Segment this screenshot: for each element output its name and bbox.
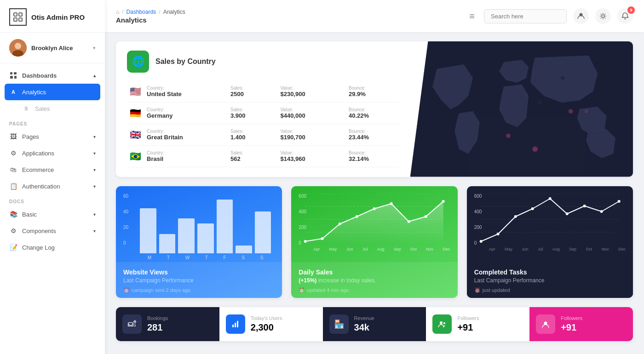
content-area: 🌐 Sales by Country 🇺🇸 Country: United St…	[105, 32, 644, 354]
svg-rect-48	[237, 321, 238, 327]
dashboard-icon	[9, 71, 17, 80]
authentication-icon: 📋	[9, 182, 17, 190]
svg-point-19	[538, 101, 541, 104]
completed-tasks-y-labels: 600 400 200 0	[474, 194, 482, 246]
sidebar-item-ecommerce[interactable]: 🛍 Ecommerce ▾	[0, 161, 105, 178]
website-views-info: Website Views Last Campaign Performance …	[116, 262, 282, 298]
breadcrumb-dashboards[interactable]: Dashboards	[126, 9, 156, 15]
globe-icon: 🌐	[127, 51, 149, 73]
svg-point-25	[321, 237, 324, 240]
notifications-button[interactable]: 9	[617, 8, 633, 24]
bookings-value: 281	[147, 322, 168, 333]
sidebar-user[interactable]: Brooklyn Alice ▾	[0, 33, 105, 63]
sidebar-nav: Dashboards ▴ A Analytics S Sales PAGES 🖼…	[0, 63, 105, 354]
changelog-icon: 📝	[9, 243, 17, 251]
bar-Su	[255, 211, 271, 253]
sidebar-item-applications[interactable]: ⚙ Applications ▾	[0, 145, 105, 161]
sidebar-item-components[interactable]: ⚙ Components ▾	[0, 223, 105, 239]
sidebar-item-basic[interactable]: 📚 Basic ▾	[0, 206, 105, 223]
table-row: 🇩🇪 Country: Germany Sales: 3.900 Value: …	[127, 103, 399, 124]
revenue-info: Revenue 34k	[354, 315, 374, 333]
dashboards-chevron-icon: ▴	[93, 73, 96, 78]
ecommerce-chevron-icon: ▾	[93, 167, 96, 172]
completed-tasks-card: 600 400 200 0	[467, 186, 633, 298]
sidebar-item-pages[interactable]: 🖼 Pages ▾	[0, 128, 105, 145]
svg-rect-46	[232, 325, 234, 327]
bar-W	[178, 218, 195, 253]
daily-sales-subtitle: (+15%) increase in today sales.	[299, 277, 450, 284]
user-profile-button[interactable]	[573, 8, 589, 24]
main-content: ⌂ / Dashboards / Analytics Analytics ≡	[105, 0, 644, 354]
sales-by-country-card: 🌐 Sales by Country 🇺🇸 Country: United St…	[116, 41, 633, 177]
stat-today-users: Today's Users 2,300	[219, 307, 323, 341]
sales-letter: S	[22, 104, 30, 113]
bar-Sa	[236, 246, 252, 253]
analytics-letter: A	[9, 88, 17, 96]
search-input[interactable]	[484, 9, 567, 23]
revenue-value: 34k	[354, 322, 374, 333]
sidebar-item-analytics[interactable]: A Analytics	[5, 84, 100, 100]
sidebar-item-sales[interactable]: S Sales	[0, 100, 105, 117]
sidebar-item-basic-label: Basic	[22, 211, 37, 218]
extra-info: Followers +91	[561, 315, 582, 333]
table-row: 🇺🇸 Country: United State Sales: 2500 Val…	[127, 81, 399, 103]
sidebar: Otis Admin PRO Brooklyn Alice ▾ Dashboar	[0, 0, 105, 354]
ecommerce-icon: 🛍	[9, 166, 17, 174]
docs-section-label: DOCS	[0, 194, 105, 206]
daily-sales-title: Daily Sales	[299, 268, 450, 276]
svg-rect-10	[14, 76, 17, 79]
svg-point-16	[569, 109, 573, 114]
sidebar-item-sales-label: Sales	[35, 105, 50, 112]
sidebar-item-changelog-label: Change Log	[22, 244, 55, 251]
today-users-info: Today's Users 2,300	[251, 315, 282, 333]
components-chevron-icon: ▾	[93, 228, 96, 234]
sidebar-item-analytics-label: Analytics	[22, 89, 46, 96]
table-row: 🇧🇷 Country: Brasil Sales: 562 Value: $14…	[127, 146, 399, 167]
svg-rect-0	[14, 13, 17, 16]
svg-rect-7	[10, 72, 12, 74]
revenue-label: Revenue	[354, 315, 374, 321]
stat-followers: Followers +91	[426, 307, 529, 341]
bookings-info: Bookings 281	[147, 315, 168, 333]
completed-tasks-footer: ⏰ just updated	[474, 287, 626, 293]
sidebar-item-dashboards[interactable]: Dashboards ▴	[0, 67, 105, 84]
settings-button[interactable]	[595, 8, 611, 24]
website-views-footer: ⏰ campaign sent 2 days ago	[123, 287, 275, 293]
table-row: 🇬🇧 Country: Great Britain Sales: 1.400 V…	[127, 124, 399, 146]
basic-icon: 📚	[9, 210, 17, 218]
breadcrumb-current: Analytics	[163, 9, 185, 15]
stat-extra: Followers +91	[529, 307, 633, 341]
page-title: Analytics	[116, 16, 464, 24]
svg-point-45	[617, 200, 620, 203]
followers-label: Followers	[457, 315, 479, 321]
completed-tasks-title: Completed Tasks	[474, 268, 626, 276]
stat-bookings: 🛋 Bookings 281	[116, 307, 219, 341]
svg-rect-9	[10, 76, 13, 79]
svg-point-28	[373, 207, 376, 210]
website-views-subtitle: Last Campaign Performance	[123, 277, 275, 284]
pages-icon: 🖼	[9, 132, 17, 141]
svg-point-29	[390, 202, 393, 205]
svg-point-39	[514, 215, 517, 218]
sidebar-item-changelog[interactable]: 📝 Change Log	[0, 239, 105, 256]
completed-tasks-chart-area: 600 400 200 0	[467, 186, 633, 262]
sidebar-item-authentication[interactable]: 📋 Authentication ▾	[0, 178, 105, 194]
hamburger-icon[interactable]: ≡	[469, 11, 475, 22]
svg-rect-3	[19, 18, 22, 21]
components-icon: ⚙	[9, 227, 17, 235]
sales-country-title: Sales by Country	[155, 57, 216, 66]
daily-sales-y-labels: 600 400 200 0	[299, 194, 306, 246]
country-table: 🇺🇸 Country: United State Sales: 2500 Val…	[127, 81, 399, 167]
sidebar-logo: Otis Admin PRO	[0, 0, 105, 33]
revenue-icon: 🏪	[329, 314, 349, 334]
svg-point-5	[15, 43, 21, 49]
svg-point-38	[496, 233, 499, 235]
svg-point-26	[339, 223, 341, 225]
svg-point-32	[442, 200, 445, 203]
completed-tasks-info: Completed Tasks Last Campaign Performanc…	[467, 262, 633, 298]
daily-sales-info: Daily Sales (+15%) increase in today sal…	[291, 262, 457, 298]
basic-chevron-icon: ▾	[93, 212, 96, 217]
header: ⌂ / Dashboards / Analytics Analytics ≡	[105, 0, 644, 32]
svg-rect-8	[14, 72, 17, 74]
sales-country-left: 🌐 Sales by Country 🇺🇸 Country: United St…	[116, 41, 410, 177]
